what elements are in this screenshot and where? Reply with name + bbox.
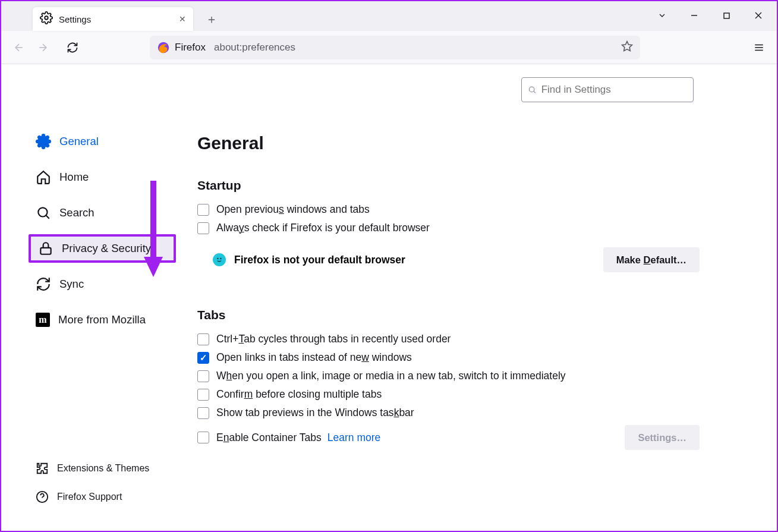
lock-icon (38, 241, 53, 256)
forward-button[interactable] (31, 36, 55, 59)
sidebar-item-more-mozilla[interactable]: m More from Mozilla (29, 306, 176, 334)
search-icon (528, 85, 537, 95)
checkbox-icon[interactable] (197, 333, 209, 345)
checkbox-confirm-close[interactable]: Confirm before closing multiple tabs (197, 388, 700, 401)
search-icon (36, 205, 51, 221)
content-area: General Home Search Privacy & Security S… (1, 64, 777, 531)
checkbox-open-previous[interactable]: Open previous windows and tabs (197, 203, 700, 216)
checkbox-ctrl-tab[interactable]: Ctrl+Tab cycles through tabs in recently… (197, 333, 700, 345)
checkbox-label: Open links in tabs instead of new window… (216, 351, 412, 364)
checkbox-open-links-tabs[interactable]: Open links in tabs instead of new window… (197, 351, 700, 364)
checkbox-switch-immediately[interactable]: When you open a link, image or media in … (197, 370, 700, 382)
minimize-button[interactable] (678, 4, 710, 27)
home-icon (36, 169, 51, 185)
sidebar-item-label: Home (59, 171, 89, 184)
svg-rect-15 (40, 248, 51, 254)
sidebar-item-label: Privacy & Security (62, 242, 151, 255)
learn-more-link[interactable]: Learn more (327, 432, 381, 444)
main-panel: General Startup Open previous windows an… (179, 64, 777, 531)
tab-title: Settings (59, 14, 179, 24)
page-title: General (197, 133, 700, 153)
checkbox-icon[interactable] (197, 204, 209, 216)
help-icon (36, 490, 49, 503)
checkbox-icon[interactable] (197, 432, 209, 443)
tab-strip: Settings ✕ ＋ (1, 1, 777, 31)
identity-label: Firefox (175, 42, 206, 53)
window-controls (646, 4, 774, 27)
checkbox-icon[interactable] (197, 370, 209, 382)
checkbox-label: Enable Container Tabs (216, 432, 322, 444)
sidebar-item-home[interactable]: Home (29, 163, 176, 191)
sidebar-item-general[interactable]: General (29, 127, 176, 156)
firefox-logo-icon (157, 41, 170, 54)
sidebar-item-sync[interactable]: Sync (29, 270, 176, 298)
sidebar-item-support[interactable]: Firefox Support (29, 484, 176, 509)
svg-line-19 (534, 91, 536, 93)
svg-point-21 (220, 258, 221, 259)
checkbox-icon[interactable] (197, 222, 209, 234)
sidebar-item-label: Extensions & Themes (57, 463, 149, 474)
gear-icon (36, 134, 51, 149)
svg-point-0 (45, 16, 48, 20)
svg-line-14 (46, 215, 49, 218)
sync-icon (36, 276, 51, 292)
sidebar-item-search[interactable]: Search (29, 199, 176, 227)
reload-button[interactable] (61, 36, 84, 59)
maximize-button[interactable] (710, 4, 742, 27)
nav-toolbar: Firefox about:preferences (1, 31, 777, 64)
mozilla-logo-icon: m (36, 313, 50, 327)
section-startup-heading: Startup (197, 178, 700, 193)
url-bar[interactable]: Firefox about:preferences (150, 36, 640, 59)
sidebar-item-privacy-security[interactable]: Privacy & Security (29, 234, 176, 263)
container-settings-button[interactable]: Settings… (625, 425, 700, 450)
checkbox-label: When you open a link, image or media in … (216, 370, 566, 382)
checkbox-tab-previews[interactable]: Show tab previews in the Windows taskbar (197, 407, 700, 419)
checkbox-icon[interactable] (197, 407, 209, 419)
settings-search-input[interactable] (541, 84, 687, 96)
make-default-button[interactable]: Make Default… (603, 247, 700, 272)
checkbox-label: Open previous windows and tabs (216, 203, 370, 216)
checkbox-label: Ctrl+Tab cycles through tabs in recently… (216, 333, 451, 345)
gear-icon (40, 11, 53, 27)
alert-face-icon (213, 253, 226, 266)
svg-rect-2 (724, 13, 729, 18)
svg-point-20 (217, 258, 218, 259)
checkbox-icon[interactable] (197, 352, 209, 364)
back-button[interactable] (7, 36, 31, 59)
checkbox-label: Confirm before closing multiple tabs (216, 388, 382, 401)
sidebar: General Home Search Privacy & Security S… (1, 64, 179, 531)
identity-box[interactable]: Firefox (157, 41, 206, 54)
svg-point-18 (529, 87, 534, 92)
new-tab-button[interactable]: ＋ (203, 10, 221, 28)
sidebar-item-label: General (59, 135, 99, 148)
sidebar-item-label: Firefox Support (57, 492, 122, 502)
browser-tab[interactable]: Settings ✕ (33, 7, 193, 31)
chevron-down-icon[interactable] (646, 4, 678, 27)
checkbox-always-check-default[interactable]: Always check if Firefox is your default … (197, 222, 700, 234)
sidebar-item-label: More from Mozilla (58, 313, 146, 326)
svg-marker-8 (622, 41, 632, 51)
close-window-button[interactable] (742, 4, 774, 27)
sidebar-item-label: Search (59, 206, 95, 219)
svg-point-13 (38, 207, 47, 216)
checkbox-label: Always check if Firefox is your default … (216, 222, 430, 234)
bookmark-star-icon[interactable] (621, 40, 633, 55)
checkbox-label: Show tab previews in the Windows taskbar (216, 407, 414, 419)
close-tab-icon[interactable]: ✕ (179, 14, 186, 24)
checkbox-container-tabs-row: Enable Container Tabs Learn more Setting… (197, 425, 700, 450)
checkbox-icon[interactable] (197, 389, 209, 401)
not-default-message: Firefox is not your default browser (197, 253, 405, 266)
sidebar-item-extensions[interactable]: Extensions & Themes (29, 456, 176, 481)
app-menu-button[interactable] (747, 36, 771, 59)
settings-search[interactable] (521, 77, 694, 102)
url-text: about:preferences (214, 42, 295, 53)
section-tabs-heading: Tabs (197, 308, 700, 322)
puzzle-icon (36, 462, 49, 475)
sidebar-item-label: Sync (59, 278, 84, 291)
